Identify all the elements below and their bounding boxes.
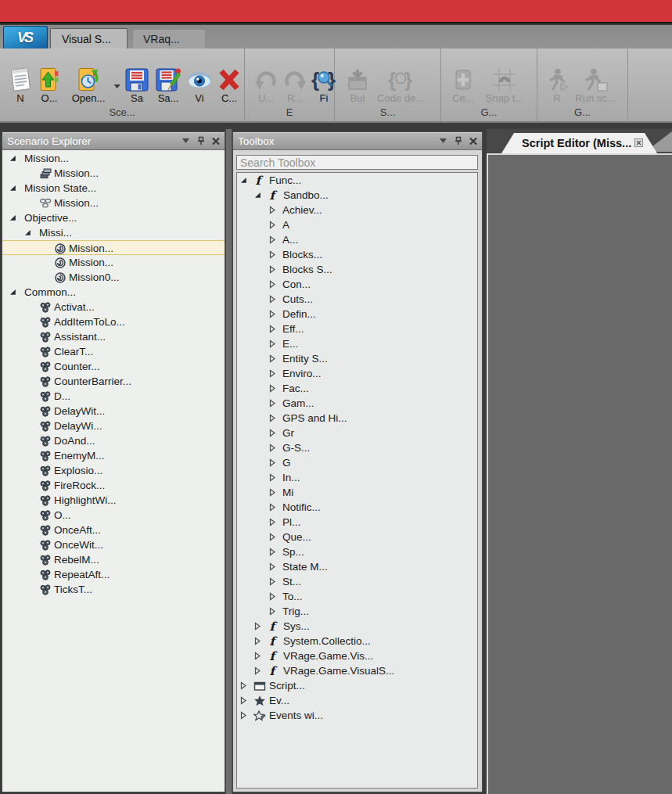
tree-item[interactable]: Eff... [237, 322, 477, 336]
collapsed-arrow-icon[interactable] [269, 589, 276, 604]
tree-item[interactable]: ClearT... [2, 344, 225, 359]
expanded-arrow-icon[interactable] [254, 188, 261, 203]
tree-item[interactable]: Con... [237, 277, 477, 292]
run-script-button[interactable]: Run sc... [570, 66, 620, 104]
tree-item[interactable]: Entity S... [237, 351, 477, 366]
tree-item[interactable]: AddItemToLo... [2, 314, 225, 329]
tree-item[interactable]: Sp... [237, 544, 477, 559]
tree-item[interactable]: To... [237, 589, 477, 604]
build-button[interactable]: Bui [344, 66, 371, 104]
tree-item[interactable]: Notific... [237, 500, 477, 515]
tree-item[interactable]: Activat... [2, 300, 225, 314]
tree-item[interactable]: TicksT... [2, 582, 225, 597]
collapsed-arrow-icon[interactable] [240, 708, 247, 723]
tree-item[interactable]: Mission State... [2, 181, 225, 196]
tree-item[interactable]: fVRage.Game.VisualS... [237, 663, 477, 678]
collapsed-arrow-icon[interactable] [269, 292, 276, 307]
tree-item[interactable]: Enviro... [237, 366, 477, 381]
collapsed-arrow-icon[interactable] [269, 336, 276, 351]
tree-item[interactable]: fVRage.Game.Vis... [237, 648, 477, 663]
collapsed-arrow-icon[interactable] [269, 470, 276, 485]
tree-item[interactable]: Pl... [237, 515, 477, 530]
collapsed-arrow-icon[interactable] [269, 426, 276, 440]
tree-item[interactable]: Mission... [2, 240, 225, 255]
tree-item[interactable]: State M... [237, 559, 477, 574]
tree-item[interactable]: HighlightWi... [2, 493, 225, 508]
tree-item[interactable]: Que... [237, 530, 477, 544]
redo-button[interactable]: R... [281, 66, 309, 104]
tree-item[interactable]: Mission... [2, 196, 225, 210]
collapsed-arrow-icon[interactable] [269, 544, 276, 559]
collapsed-arrow-icon[interactable] [269, 366, 276, 381]
collapsed-arrow-icon[interactable] [269, 277, 276, 292]
collapsed-arrow-icon[interactable] [269, 322, 276, 336]
tree-item[interactable]: Script... [237, 678, 477, 693]
vs-logo-tab[interactable]: VS [3, 26, 48, 49]
collapsed-arrow-icon[interactable] [269, 307, 276, 322]
collapsed-arrow-icon[interactable] [269, 574, 276, 589]
view-eye-button[interactable]: Vi [186, 66, 213, 104]
tree-item[interactable]: A [237, 217, 477, 232]
expanded-arrow-icon[interactable] [9, 151, 16, 166]
collapsed-arrow-icon[interactable] [269, 559, 276, 574]
tree-item[interactable]: Gam... [237, 396, 477, 411]
tree-item[interactable]: Achiev... [237, 203, 477, 217]
collapsed-arrow-icon[interactable] [269, 485, 276, 500]
collapsed-arrow-icon[interactable] [269, 604, 276, 619]
tree-item[interactable]: G [237, 455, 477, 470]
tree-item[interactable]: OnceAft... [2, 523, 225, 537]
collapsed-arrow-icon[interactable] [254, 648, 261, 663]
pin-icon[interactable] [196, 136, 206, 146]
find-braces-button[interactable]: {}Fi [311, 66, 337, 104]
collapsed-arrow-icon[interactable] [269, 440, 276, 455]
tree-item[interactable]: Mission... [2, 151, 225, 166]
tree-item[interactable]: Blocks S... [237, 262, 477, 277]
dropdown-caret-icon[interactable] [113, 78, 121, 92]
tree-item[interactable]: G-S... [237, 440, 477, 455]
collapsed-arrow-icon[interactable] [269, 530, 276, 544]
collapsed-arrow-icon[interactable] [269, 232, 276, 247]
collapsed-arrow-icon[interactable] [269, 351, 276, 366]
tree-item[interactable]: In... [237, 470, 477, 485]
tab-visual-studio[interactable]: Visual S... [50, 28, 128, 49]
collapsed-arrow-icon[interactable] [254, 634, 261, 648]
tree-item[interactable]: DelayWit... [2, 404, 225, 419]
tree-item[interactable]: DelayWi... [2, 419, 225, 433]
tree-item[interactable]: Defin... [237, 307, 477, 322]
search-input[interactable]: Search Toolbox [236, 155, 478, 170]
tree-item[interactable]: Mission... [2, 255, 225, 270]
collapsed-arrow-icon[interactable] [269, 411, 276, 426]
tree-item[interactable]: fSys... [237, 619, 477, 634]
tree-item[interactable]: Common... [2, 285, 225, 300]
window-position-icon[interactable] [181, 136, 191, 146]
collapsed-arrow-icon[interactable] [254, 619, 261, 634]
expanded-arrow-icon[interactable] [9, 285, 16, 300]
tree-item[interactable]: fSandbo... [237, 188, 477, 203]
save-as-button[interactable]: Sa... [153, 66, 184, 104]
expanded-arrow-icon[interactable] [240, 173, 247, 188]
pin-icon[interactable] [454, 136, 463, 146]
tree-item[interactable]: Cuts... [237, 292, 477, 307]
collapsed-arrow-icon[interactable] [269, 247, 276, 262]
close-icon[interactable] [469, 136, 478, 146]
open-recent-button[interactable]: Open... [66, 66, 111, 104]
close-icon[interactable] [634, 138, 643, 147]
save-button[interactable]: Sa [124, 66, 150, 104]
collapsed-arrow-icon[interactable] [254, 663, 261, 678]
tab-vrage[interactable]: VRaq... [132, 29, 206, 49]
snap-grid-button[interactable]: Snap t... [480, 66, 529, 104]
collapsed-arrow-icon[interactable] [269, 455, 276, 470]
tree-item[interactable]: Explosio... [2, 463, 225, 478]
collapsed-arrow-icon[interactable] [269, 396, 276, 411]
tree-item[interactable]: fSystem.Collectio... [237, 634, 477, 648]
tree-item[interactable]: fFunc... [237, 173, 477, 188]
run-button[interactable]: R [545, 66, 569, 104]
collapsed-arrow-icon[interactable] [269, 203, 276, 217]
tree-item[interactable]: Counter... [2, 359, 225, 374]
tree-item[interactable]: GPS and Hi... [237, 411, 477, 426]
close-icon[interactable] [211, 136, 221, 146]
tree-item[interactable]: Events wi... [237, 708, 477, 723]
tree-item[interactable]: Gr [237, 426, 477, 440]
collapsed-arrow-icon[interactable] [269, 217, 276, 232]
tree-item[interactable]: OnceWit... [2, 537, 225, 552]
